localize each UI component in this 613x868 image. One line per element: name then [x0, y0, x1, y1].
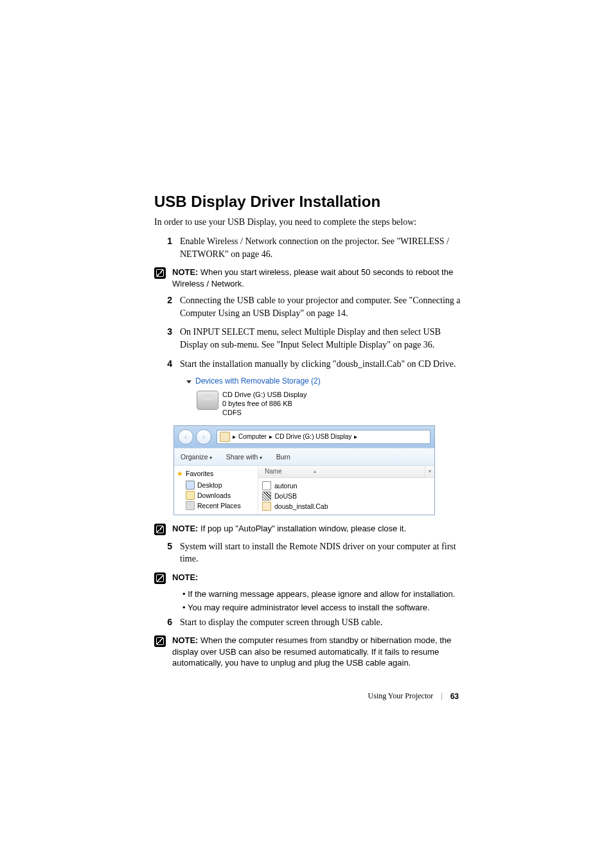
step-number: 3 — [154, 326, 180, 351]
step-text: Start the installation manually by click… — [180, 358, 465, 371]
downloads-icon — [186, 491, 195, 500]
step-4: 4 Start the installation manually by cli… — [154, 358, 465, 371]
file-autorun[interactable]: autorun — [262, 481, 431, 491]
cd-drive-icon — [197, 391, 218, 410]
favorites-label: Favorites — [186, 470, 213, 477]
note-body: When you start wireless, please wait abo… — [172, 267, 453, 288]
step-2: 2 Connecting the USB cable to your proje… — [154, 294, 465, 319]
note-icon — [154, 524, 166, 535]
note-text: NOTE: When you start wireless, please wa… — [172, 267, 465, 289]
nav-label: Desktop — [197, 481, 222, 489]
page-number: 63 — [450, 692, 459, 701]
note-3: NOTE: — [154, 572, 465, 584]
note-2: NOTE: If pop up "AutoPlay" installation … — [154, 523, 465, 535]
step-1: 1 Enable Wireless / Network connection o… — [154, 235, 465, 260]
note-label: NOTE: — [172, 635, 198, 645]
bullet-item: • You may require administrator level ac… — [182, 603, 465, 612]
step-6: 6 Start to display the computer screen t… — [154, 616, 465, 629]
recent-places-icon — [186, 501, 195, 510]
note-4: NOTE: When the computer resumes from sta… — [154, 635, 465, 669]
explorer-titlebar: ‹ › ▸ Computer ▸ CD Drive (G:) USB Displ… — [174, 426, 434, 448]
column-dropdown[interactable]: ▾ — [425, 466, 434, 477]
cab-file-icon — [262, 502, 271, 511]
step-text: Start to display the computer screen thr… — [180, 616, 465, 629]
burn-button[interactable]: Burn — [276, 453, 290, 461]
intro-text: In order to use your USB Display, you ne… — [154, 217, 465, 227]
note-label: NOTE: — [172, 572, 198, 582]
share-with-button[interactable]: Share with — [226, 453, 262, 461]
address-bar[interactable]: ▸ Computer ▸ CD Drive (G:) USB Display ▸ — [217, 430, 431, 444]
explorer-toolbar: Organize Share with Burn — [174, 448, 434, 466]
file-dousb[interactable]: DoUSB — [262, 491, 431, 501]
step-text: Enable Wireless / Network connection on … — [180, 235, 465, 260]
drive-free-space: 0 bytes free of 886 KB — [222, 400, 306, 409]
nav-downloads[interactable]: Downloads — [177, 490, 255, 500]
step-number: 2 — [154, 294, 180, 319]
desktop-icon — [186, 481, 195, 490]
file-name: DoUSB — [274, 492, 297, 500]
step-number: 4 — [154, 358, 180, 371]
breadcrumb-arrow: ▸ — [354, 433, 357, 440]
nav-label: Downloads — [197, 492, 231, 499]
col-name: Name — [265, 468, 282, 475]
footer-separator: | — [441, 691, 442, 701]
drive-icon — [220, 432, 230, 442]
note-body: When the computer resumes from standby o… — [172, 635, 451, 668]
drive-filesystem: CDFS — [222, 409, 306, 418]
bullet-item: • If the warning message appears, please… — [182, 589, 465, 599]
breadcrumb-arrow: ▸ — [269, 433, 272, 440]
note-text: NOTE: When the computer resumes from sta… — [172, 635, 465, 669]
breadcrumb-computer[interactable]: Computer — [238, 433, 267, 440]
section-heading: USB Display Driver Installation — [154, 193, 465, 211]
file-icon — [262, 481, 271, 490]
drive-name: CD Drive (G:) USB Display — [222, 391, 306, 400]
nav-desktop[interactable]: Desktop — [177, 480, 255, 490]
explorer-nav-pane: ★Favorites Desktop Downloads Recent Plac… — [174, 466, 258, 515]
note-3-bullets: • If the warning message appears, please… — [154, 589, 465, 612]
note-label: NOTE: — [172, 524, 198, 533]
step-text: System will start to install the Remote … — [180, 540, 465, 565]
step-3: 3 On INPUT SELECT menu, select Multiple … — [154, 326, 465, 351]
note-label: NOTE: — [172, 267, 198, 277]
nav-label: Recent Places — [197, 502, 241, 509]
batch-file-icon — [262, 492, 271, 500]
step-text: On INPUT SELECT menu, select Multiple Di… — [180, 326, 465, 351]
collapse-triangle-icon — [186, 380, 191, 384]
note-body: If pop up "AutoPlay" installation window… — [198, 524, 406, 533]
forward-button[interactable]: › — [196, 429, 211, 445]
sort-arrow-icon: ▲ — [312, 469, 317, 474]
devices-header-text: Devices with Removable Storage (2) — [195, 376, 321, 385]
note-icon — [154, 572, 166, 584]
organize-button[interactable]: Organize — [181, 453, 212, 461]
breadcrumb-drive[interactable]: CD Drive (G:) USB Display — [275, 433, 351, 440]
note-1: NOTE: When you start wireless, please wa… — [154, 267, 465, 289]
file-name: dousb_install.Cab — [274, 502, 328, 510]
step-text: Connecting the USB cable to your project… — [180, 294, 465, 319]
step-number: 1 — [154, 235, 180, 260]
explorer-window-screenshot: ‹ › ▸ Computer ▸ CD Drive (G:) USB Displ… — [173, 425, 435, 515]
explorer-file-pane: Name ▲ ▾ autorun DoUSB dousb_install.Cab — [258, 466, 434, 515]
favorites-header[interactable]: ★Favorites — [177, 470, 255, 478]
step-5: 5 System will start to install the Remot… — [154, 540, 465, 565]
note-text: NOTE: If pop up "AutoPlay" installation … — [172, 523, 465, 535]
file-name: autorun — [274, 482, 298, 490]
step-number: 5 — [154, 540, 180, 565]
footer-section: Using Your Projector — [368, 691, 434, 701]
note-icon — [154, 267, 166, 279]
column-header[interactable]: Name ▲ ▾ — [258, 466, 434, 478]
star-icon: ★ — [177, 470, 183, 478]
breadcrumb-arrow: ▸ — [233, 433, 236, 440]
back-button[interactable]: ‹ — [178, 429, 193, 445]
devices-header: Devices with Removable Storage (2) — [186, 376, 465, 385]
page-footer: Using Your Projector | 63 — [368, 691, 459, 701]
note-icon — [154, 635, 166, 647]
cd-drive-item: CD Drive (G:) USB Display 0 bytes free o… — [197, 391, 465, 417]
devices-storage-screenshot: Devices with Removable Storage (2) CD Dr… — [186, 376, 465, 417]
step-number: 6 — [154, 616, 180, 629]
nav-recent-places[interactable]: Recent Places — [177, 500, 255, 511]
file-dousb-install-cab[interactable]: dousb_install.Cab — [262, 501, 431, 511]
note-text: NOTE: — [172, 572, 465, 583]
